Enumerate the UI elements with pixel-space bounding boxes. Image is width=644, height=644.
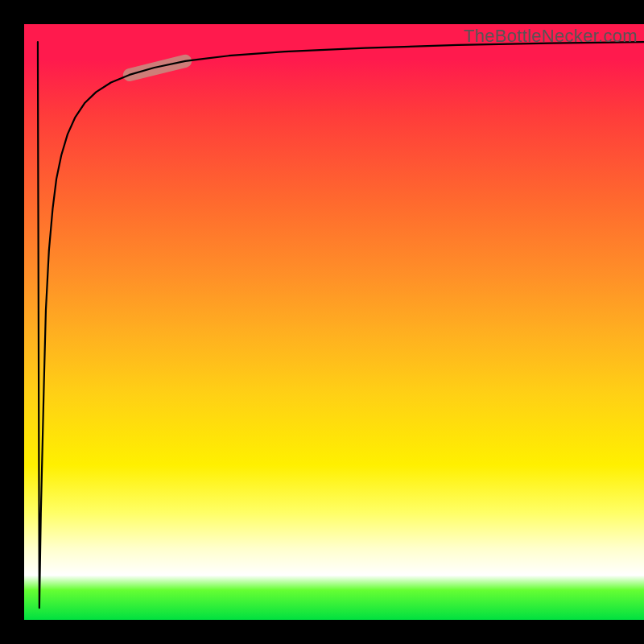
chart-frame: TheBottleNecker.com xyxy=(0,0,644,644)
plot-area: TheBottleNecker.com xyxy=(24,24,644,620)
chart-svg xyxy=(24,24,644,620)
bottleneck-curve xyxy=(38,42,644,608)
